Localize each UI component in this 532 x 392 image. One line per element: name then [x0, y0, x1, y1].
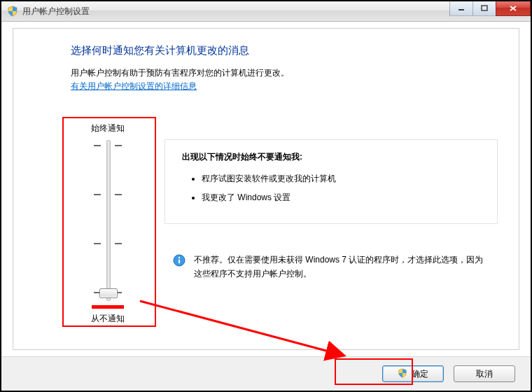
slider-track[interactable] [94, 140, 122, 301]
cancel-button-label: 取消 [476, 368, 493, 380]
svg-rect-5 [178, 260, 180, 264]
svg-rect-0 [458, 9, 464, 10]
info-row: 不推荐。仅在需要使用未获得 Windows 7 认证的程序时，才选择此选项，因为… [164, 250, 491, 281]
window-buttons [450, 1, 531, 15]
description-panel: 出现以下情况时始终不要通知我: 程序试图安装软件或更改我的计算机 我更改了 Wi… [164, 139, 498, 224]
minimize-icon [458, 5, 465, 12]
slider-rail [106, 140, 111, 301]
uac-shield-icon [7, 6, 18, 17]
page-subtext: 用户帐户控制有助于预防有害程序对您的计算机进行更改。 [71, 67, 498, 79]
content-panel: 选择何时通知您有关计算机更改的消息 用户帐户控制有助于预防有害程序对您的计算机进… [13, 28, 519, 350]
window-title: 用户帐户控制设置 [22, 6, 90, 18]
page-heading: 选择何时通知您有关计算机更改的消息 [71, 44, 498, 57]
description-list: 程序试图安装软件或更改我的计算机 我更改了 Windows 设置 [202, 173, 483, 204]
minimize-button[interactable] [449, 1, 473, 16]
help-link[interactable]: 有关用户帐户控制设置的详细信息 [71, 80, 197, 92]
close-icon [509, 5, 517, 12]
slider-label-top: 始终通知 [74, 122, 142, 134]
slider-thumb[interactable] [99, 288, 118, 298]
close-button[interactable] [496, 1, 531, 16]
cancel-button[interactable]: 取消 [454, 365, 515, 382]
annotation-underline [92, 305, 124, 309]
list-item: 程序试图安装软件或更改我的计算机 [202, 173, 483, 185]
info-icon [173, 254, 186, 269]
ok-button[interactable]: 确定 [382, 365, 444, 382]
window: 用户帐户控制设置 选择何时通知您有关计算机更改的消息 用户帐户控制有助于预防有害… [0, 0, 532, 392]
notification-slider: 始终通知 从不通知 [74, 122, 142, 325]
svg-point-6 [178, 257, 180, 258]
svg-rect-1 [482, 6, 487, 10]
uac-shield-icon [398, 368, 407, 380]
titlebar: 用户帐户控制设置 [1, 1, 531, 22]
description-title: 出现以下情况时始终不要通知我: [182, 151, 483, 163]
footer: 确定 取消 [1, 356, 531, 391]
maximize-button[interactable] [472, 1, 496, 16]
slider-label-bottom: 从不通知 [74, 313, 142, 325]
ok-button-label: 确定 [412, 368, 428, 380]
info-text: 不推荐。仅在需要使用未获得 Windows 7 认证的程序时，才选择此选项，因为… [194, 253, 491, 281]
list-item: 我更改了 Windows 设置 [202, 192, 483, 204]
maximize-icon [481, 5, 488, 12]
